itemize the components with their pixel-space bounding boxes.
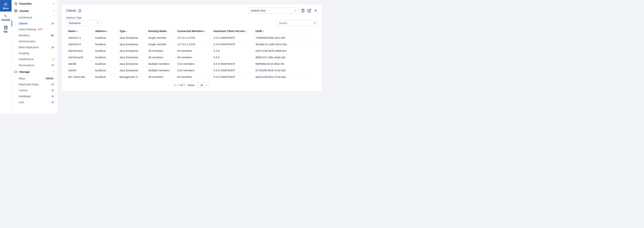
table-row[interactable]: clientSmart1localhostJava EnterpriseAll … (66, 48, 318, 54)
cell-uuid: aa021430-f81e-474e-bea (253, 74, 318, 80)
cell-routing: All members (146, 48, 175, 54)
search-box[interactable] (276, 20, 318, 26)
table-row[interactable]: clientAlocalhostJava EnterpriseMultiple … (66, 67, 318, 74)
cell-type: Java Enterprise (117, 54, 146, 61)
sidebar-item[interactable]: Scripting (12, 50, 58, 56)
sidebar-item[interactable]: MultiMaps0 (12, 93, 58, 99)
cell-version: 5.5.0-SNAPSHOT (211, 67, 253, 74)
svg-point-3 (4, 3, 4, 4)
sidebar-item[interactable]: Client Filtering - OFF (12, 26, 58, 32)
col-version[interactable]: Hazelcast Client Version▲ (211, 28, 253, 35)
count-badge: 0 (51, 95, 55, 98)
sidebar-item-label: Replicated Maps (19, 83, 39, 86)
rail-sql[interactable]: SQL (0, 23, 12, 35)
rail-console-label: Console (1, 19, 10, 21)
table-row[interactable]: clientUni-1localhostJava EnterpriseSingl… (66, 35, 318, 41)
plus-icon[interactable] (314, 8, 318, 13)
col-connected[interactable]: Connected Members▲ (175, 28, 211, 35)
cell-uuid: cd37219d-587b-40b8-bc4 (253, 48, 318, 54)
sidebar-section-cluster[interactable]: Cluster (12, 7, 58, 14)
sidebar-item-label: Administration (19, 40, 36, 43)
view-dropdown[interactable]: Default View (248, 8, 299, 14)
svg-point-7 (4, 26, 7, 27)
col-type[interactable]: Type▲ (117, 28, 146, 35)
sidebar-item[interactable]: Maps100/101 (12, 76, 58, 82)
card-header: Clients Default View (66, 8, 318, 14)
sidebar-item[interactable]: Replicated Maps0 (12, 82, 58, 87)
cell-uuid: 871342f8-96c6-47a0-bd1 (253, 67, 318, 74)
cell-connected: 2/10 members (175, 67, 211, 74)
address-type-dropdown[interactable]: Hostname (66, 20, 101, 26)
cell-type: Java Enterprise (117, 35, 146, 41)
sidebar-item[interactable]: Administration (12, 38, 58, 44)
sidebar-item[interactable]: Dashboard (12, 14, 58, 20)
cell-name: clientUni-1 (66, 35, 93, 41)
col-routing[interactable]: Routing Mode▲ (146, 28, 175, 35)
database-icon (4, 26, 8, 30)
cell-uuid: 74b0b0df-b056-43cc-b0f (253, 35, 318, 41)
edit-icon[interactable] (307, 8, 312, 13)
cell-routing: All members (146, 54, 175, 61)
cell-type: Java Enterprise (117, 41, 146, 48)
table-row[interactable]: MC-Client-devlocalhostManagement C...All… (66, 74, 318, 80)
sidebar-item[interactable]: Clients6 (12, 20, 58, 26)
svg-point-4 (4, 4, 4, 4)
sidebar-item[interactable]: Members10 (12, 32, 58, 38)
sidebar-item[interactable]: Caches0 (12, 87, 58, 93)
rows-per-page-dropdown[interactable]: 10 (197, 82, 210, 88)
cell-type: Java Enterprise (117, 67, 146, 74)
rail-console[interactable]: Console (0, 12, 12, 23)
chevron-down-icon (294, 10, 297, 12)
address-type-label: Address Type (66, 16, 101, 19)
cell-routing: Multiple members (146, 67, 175, 74)
sidebar-item-label: Clients (19, 22, 28, 25)
cell-routing: Multiple members (146, 61, 175, 67)
cell-connected: 127.0.0.1:5704 (175, 41, 211, 48)
col-name[interactable]: Name▼ (66, 28, 93, 35)
col-address[interactable]: Address▲ (93, 28, 117, 35)
cell-connected: All members (175, 48, 211, 54)
sidebar-item-label: Maps (19, 77, 25, 80)
sidebar-section-favorites[interactable]: Favorites (12, 0, 58, 7)
search-input[interactable] (279, 22, 312, 24)
rail-menu-label: Menu (3, 7, 8, 10)
table-row[interactable]: clientSmart0localhostJava EnterpriseAll … (66, 54, 318, 61)
cell-version: 5.5.0-SNAPSHOT (211, 74, 253, 80)
cell-version: 5.3.6 (211, 48, 253, 54)
storage-title: Storage (20, 70, 30, 74)
chevron-up-icon (52, 70, 55, 73)
col-uuid[interactable]: UUID▲ (253, 28, 318, 35)
rail-menu[interactable]: Menu (0, 0, 12, 12)
cell-type: Java Enterprise (117, 48, 146, 54)
cell-name: clientSmart0 (66, 54, 93, 61)
grid-icon (14, 9, 18, 12)
off-badge: OFF (38, 28, 43, 31)
chevron-down-icon (205, 84, 208, 86)
document-icon[interactable] (78, 9, 82, 12)
table-row[interactable]: clientUni-0localhostJava EnterpriseSingl… (66, 41, 318, 48)
table-row[interactable]: clientBlocalhostJava EnterpriseMultiple … (66, 61, 318, 67)
cell-routing: Single member (146, 41, 175, 48)
trash-icon[interactable] (301, 8, 305, 13)
sidebar-item[interactable]: Lists0 (12, 99, 58, 105)
cell-name: clientB (66, 61, 93, 67)
svg-line-21 (315, 24, 316, 24)
folder-icon (14, 70, 18, 74)
rail-sql-label: SQL (3, 30, 8, 33)
page-title: Clients (66, 9, 76, 13)
sidebar-item[interactable]: Namespaces0 (12, 62, 58, 68)
sidebar-item[interactable]: Healthcheck (12, 56, 58, 62)
svg-point-20 (314, 22, 316, 24)
cell-routing: Single member (146, 35, 175, 41)
cell-connected: All members (175, 74, 211, 80)
cell-name: MC-Client-dev (66, 74, 93, 80)
cell-address: localhost (93, 74, 117, 80)
sidebar-item-label: Namespaces (19, 64, 34, 67)
cell-version: 5.5.0-SNAPSHOT (211, 61, 253, 67)
pager-rows-label: Rows (188, 84, 194, 86)
cell-address: localhost (93, 35, 117, 41)
sidebar-item-label: Client Filtering - (19, 28, 38, 31)
sidebar-item[interactable]: WAN Replication0 (12, 44, 58, 50)
sidebar-section-storage[interactable]: Storage (12, 68, 58, 76)
count-badge: 0 (51, 83, 55, 86)
